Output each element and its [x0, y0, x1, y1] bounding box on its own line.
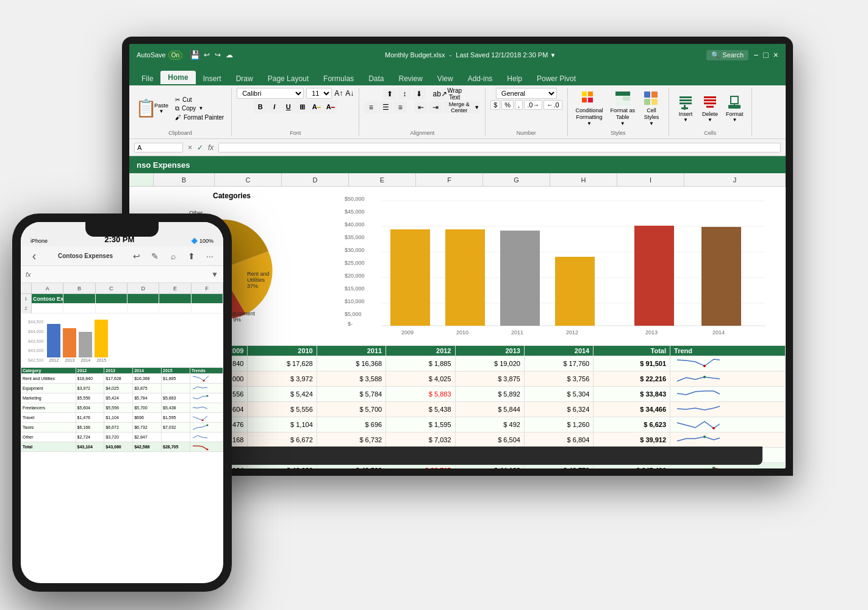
phone-col-d[interactable]: D	[127, 283, 159, 293]
formula-confirm-icon[interactable]: ✓	[197, 143, 203, 152]
phone-row6-cat[interactable]: Taxes	[21, 423, 76, 432]
col-header-i[interactable]: I	[617, 173, 684, 186]
comma-button[interactable]: ,	[515, 100, 523, 110]
row-5-2012[interactable]: $ 1,595	[386, 417, 455, 432]
cloud-icon[interactable]: ☁	[226, 51, 233, 59]
phone-col-f[interactable]: F	[192, 283, 223, 293]
row-3-2014[interactable]: $ 5,304	[524, 387, 593, 402]
row-5-2011[interactable]: $ 696	[317, 417, 386, 432]
row-4-2011[interactable]: $ 5,700	[317, 402, 386, 417]
decrease-font-icon[interactable]: A↓	[345, 89, 354, 98]
row-2-2013[interactable]: $ 3,875	[455, 371, 524, 387]
border-button[interactable]: ⊞	[296, 100, 309, 113]
phone-more-button[interactable]: ···	[201, 248, 218, 265]
copy-dropdown-icon[interactable]: ▼	[198, 106, 203, 111]
phone-cell-2f[interactable]	[192, 304, 223, 314]
phone-row1-v4[interactable]: $1,885	[162, 374, 190, 384]
phone-row4-v4[interactable]: $5,438	[162, 403, 190, 413]
copy-button[interactable]: ⧉ Copy ▼	[173, 104, 226, 113]
phone-row3-cat[interactable]: Marketing	[21, 393, 76, 403]
increase-font-icon[interactable]: A↑	[334, 89, 343, 98]
save-icon[interactable]: 💾	[190, 50, 200, 60]
phone-row1-v2[interactable]: $17,628	[104, 374, 133, 384]
phone-col-c[interactable]: C	[96, 283, 127, 293]
align-right-button[interactable]: ≡	[393, 101, 407, 113]
cf-dropdown-icon[interactable]: ▼	[587, 121, 592, 126]
delete-dropdown-icon[interactable]: ▼	[708, 117, 712, 123]
phone-row4-v1[interactable]: $5,604	[76, 403, 104, 413]
phone-row7-v1[interactable]: $2,724	[76, 432, 104, 442]
phone-row1-v1[interactable]: $18,840	[76, 374, 104, 384]
row-6-2010[interactable]: $ 6,672	[248, 432, 317, 448]
tab-page-layout[interactable]: Page Layout	[260, 72, 316, 85]
tab-power-pivot[interactable]: Power Pivot	[529, 72, 583, 85]
tab-formulas[interactable]: Formulas	[316, 72, 361, 85]
col-header-g[interactable]: G	[483, 173, 550, 186]
angle-text-button[interactable]: ab↗	[433, 88, 447, 100]
row-4-2014[interactable]: $ 6,324	[524, 402, 593, 417]
row-5-2014[interactable]: $ 1,260	[524, 417, 593, 432]
phone-cell-title[interactable]: Contoso Expenses	[32, 294, 63, 304]
row-3-2010[interactable]: $ 5,424	[248, 387, 317, 402]
col-header-b[interactable]: B	[154, 173, 215, 186]
phone-row3-v3[interactable]: $5,784	[133, 393, 162, 403]
italic-button[interactable]: I	[268, 100, 281, 113]
formula-input[interactable]	[218, 143, 781, 152]
phone-formula-dropdown-icon[interactable]: ▼	[211, 270, 218, 279]
insert-dropdown-icon[interactable]: ▼	[683, 117, 688, 123]
merge-dropdown-icon[interactable]: ▼	[474, 104, 479, 110]
row-1-2010[interactable]: $ 17,628	[248, 356, 317, 371]
phone-row2-v1[interactable]: $3,972	[76, 384, 104, 393]
cut-button[interactable]: ✂ Cut	[173, 96, 226, 104]
phone-cell-2e[interactable]	[159, 304, 191, 314]
maximize-icon[interactable]: □	[763, 50, 768, 60]
font-family-select[interactable]: Calibri	[237, 88, 304, 99]
undo-title-icon[interactable]: ↩	[204, 51, 210, 59]
row-1-2013[interactable]: $ 19,020	[455, 356, 524, 371]
font-color-button[interactable]: A▬	[324, 100, 337, 113]
increase-decimal-button[interactable]: .0→	[524, 100, 542, 110]
name-box[interactable]	[134, 143, 183, 152]
row-2-2012[interactable]: $ 4,025	[386, 371, 455, 387]
phone-row6-v1[interactable]: $6,168	[76, 423, 104, 432]
phone-row3-v1[interactable]: $5,556	[76, 393, 104, 403]
row-6-2014[interactable]: $ 6,804	[524, 432, 593, 448]
paste-dropdown-icon[interactable]: ▼	[159, 109, 164, 114]
close-icon[interactable]: ×	[773, 50, 778, 60]
align-left-button[interactable]: ≡	[364, 101, 378, 113]
tab-file[interactable]: File	[134, 72, 160, 85]
phone-cell-2d[interactable]	[127, 304, 159, 314]
cs-dropdown-icon[interactable]: ▼	[649, 121, 654, 126]
row-2-2014[interactable]: $ 3,756	[524, 371, 593, 387]
tab-add-ins[interactable]: Add-ins	[461, 72, 500, 85]
phone-row2-v3[interactable]: $3,875	[133, 384, 162, 393]
phone-row5-cat[interactable]: Travel	[21, 413, 76, 423]
phone-row2-v4[interactable]	[162, 384, 190, 393]
col-header-h[interactable]: H	[550, 173, 617, 186]
phone-row1-cat[interactable]: Rent and Utilities	[21, 374, 76, 384]
insert-button[interactable]: Insert ▼	[674, 92, 697, 125]
phone-search-button[interactable]: ⌕	[165, 248, 182, 265]
phone-cell-2a[interactable]	[32, 304, 63, 314]
format-dropdown-icon[interactable]: ▼	[732, 117, 737, 123]
align-center-button[interactable]: ☰	[379, 101, 392, 113]
phone-row6-v2[interactable]: $6,672	[104, 423, 133, 432]
phone-col-a[interactable]: A	[32, 283, 63, 293]
phone-row7-v2[interactable]: $3,720	[104, 432, 133, 442]
tab-help[interactable]: Help	[500, 72, 529, 85]
increase-indent-button[interactable]: ⇥	[429, 101, 442, 113]
phone-undo-button[interactable]: ↩	[128, 248, 145, 265]
phone-row3-v2[interactable]: $5,424	[104, 393, 133, 403]
phone-share-button[interactable]: ⬆	[183, 248, 200, 265]
phone-row6-v4[interactable]: $7,032	[162, 423, 190, 432]
tab-insert[interactable]: Insert	[196, 72, 229, 85]
phone-row5-v2[interactable]: $1,104	[104, 413, 133, 423]
phone-col-e[interactable]: E	[159, 283, 191, 293]
row-3-2011[interactable]: $ 5,784	[317, 387, 386, 402]
row-2-2011[interactable]: $ 3,588	[317, 371, 386, 387]
bold-button[interactable]: B	[254, 100, 267, 113]
row-4-2010[interactable]: $ 5,556	[248, 402, 317, 417]
dropdown-arrow-icon[interactable]: ▼	[550, 52, 556, 59]
number-format-select[interactable]: General	[496, 88, 557, 99]
row-4-2012[interactable]: $ 5,438	[386, 402, 455, 417]
